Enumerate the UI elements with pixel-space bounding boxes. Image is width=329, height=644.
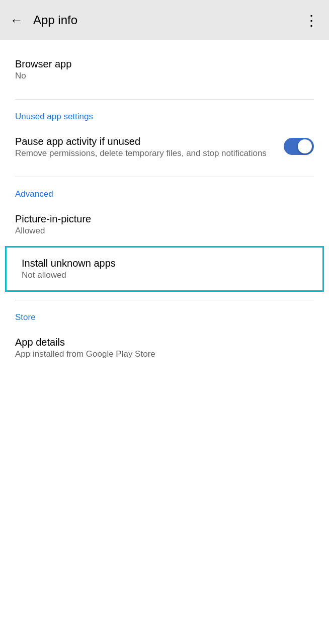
- pause-app-activity-description: Remove permissions, delete temporary fil…: [15, 148, 274, 158]
- unused-app-settings-label: Unused app settings: [15, 112, 93, 121]
- install-unknown-apps-value: Not allowed: [22, 270, 307, 280]
- advanced-section-header: Advanced: [0, 177, 329, 203]
- pause-app-activity-text: Pause app activity if unused Remove perm…: [15, 136, 274, 158]
- more-options-button[interactable]: ⋮: [304, 12, 319, 29]
- pause-app-activity-title: Pause app activity if unused: [15, 136, 274, 147]
- settings-content: Browser app No Unused app settings Pause…: [0, 40, 329, 369]
- browser-app-title: Browser app: [15, 58, 314, 70]
- pause-app-activity-toggle[interactable]: [284, 138, 314, 155]
- unused-app-settings-header: Unused app settings: [0, 100, 329, 126]
- install-unknown-apps-title: Install unknown apps: [22, 258, 307, 269]
- pause-app-activity-setting[interactable]: Pause app activity if unused Remove perm…: [0, 126, 329, 169]
- app-bar: ← App info ⋮: [0, 0, 329, 40]
- app-details-title: App details: [15, 337, 314, 348]
- store-section-header: Store: [0, 300, 329, 327]
- toggle-knob: [298, 139, 312, 153]
- browser-app-setting[interactable]: Browser app No: [0, 48, 329, 91]
- back-button[interactable]: ←: [10, 13, 23, 28]
- install-unknown-apps-setting[interactable]: Install unknown apps Not allowed: [5, 246, 324, 292]
- browser-app-value: No: [15, 71, 314, 81]
- advanced-label: Advanced: [15, 189, 53, 199]
- picture-in-picture-setting[interactable]: Picture-in-picture Allowed: [0, 203, 329, 246]
- picture-in-picture-title: Picture-in-picture: [15, 213, 314, 225]
- app-details-value: App installed from Google Play Store: [15, 349, 314, 359]
- picture-in-picture-value: Allowed: [15, 226, 314, 236]
- page-title: App info: [33, 13, 304, 27]
- app-details-setting[interactable]: App details App installed from Google Pl…: [0, 327, 329, 369]
- store-label: Store: [15, 312, 36, 322]
